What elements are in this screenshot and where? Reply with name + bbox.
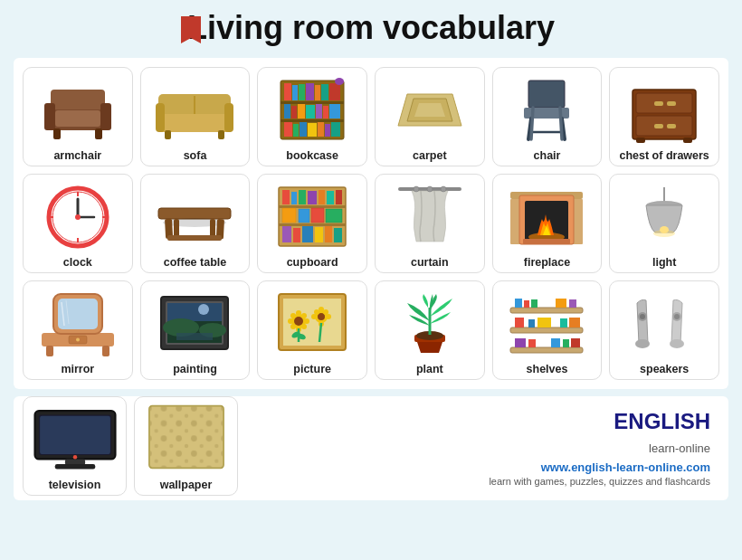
svg-point-109	[660, 226, 669, 233]
curtain-icon	[385, 180, 475, 252]
light-icon	[619, 180, 709, 252]
svg-point-133	[296, 310, 301, 316]
item-chest-of-drawers[interactable]: chest of drawers	[609, 67, 719, 166]
svg-rect-16	[281, 119, 344, 122]
svg-rect-161	[531, 299, 537, 308]
item-picture[interactable]: picture	[257, 280, 367, 380]
svg-rect-23	[329, 83, 340, 100]
item-cupboard[interactable]: cupboard	[257, 174, 367, 273]
svg-point-175	[640, 314, 645, 319]
item-plant[interactable]: plant	[375, 280, 485, 380]
svg-point-149	[323, 309, 328, 315]
item-curtain[interactable]: curtain	[375, 174, 485, 273]
svg-rect-51	[636, 116, 692, 136]
svg-rect-10	[224, 103, 233, 132]
svg-rect-156	[510, 308, 583, 313]
item-wallpaper[interactable]: wallpaper	[134, 396, 238, 496]
svg-rect-83	[336, 190, 342, 204]
mirror-icon	[33, 287, 123, 359]
svg-rect-71	[174, 219, 179, 237]
plant-label: plant	[416, 363, 443, 375]
svg-rect-162	[556, 299, 566, 308]
item-armchair[interactable]: armchair	[23, 67, 133, 166]
svg-rect-6	[55, 110, 100, 127]
svg-point-118	[76, 337, 80, 341]
svg-rect-28	[306, 105, 315, 119]
svg-rect-75	[279, 205, 346, 208]
svg-point-135	[288, 318, 293, 324]
svg-point-97	[441, 186, 446, 192]
bookcase-icon	[267, 73, 357, 146]
svg-rect-26	[291, 106, 297, 119]
item-bookcase[interactable]: bookcase	[257, 67, 367, 166]
item-light[interactable]: light	[609, 174, 719, 273]
item-speakers[interactable]: speakers	[609, 280, 719, 380]
svg-rect-86	[311, 208, 324, 223]
sofa-label: sofa	[184, 149, 207, 162]
item-television[interactable]: television	[23, 396, 127, 496]
svg-rect-81	[319, 190, 325, 204]
item-shelves[interactable]: shelves	[492, 280, 603, 380]
svg-rect-92	[325, 226, 332, 242]
svg-point-62	[75, 214, 81, 220]
svg-point-143	[318, 313, 325, 320]
svg-rect-164	[515, 318, 524, 327]
svg-rect-127	[176, 333, 213, 340]
svg-rect-112	[102, 346, 109, 356]
svg-rect-8	[158, 114, 231, 132]
item-painting[interactable]: painting	[140, 280, 251, 380]
item-carpet[interactable]: carpet	[375, 67, 485, 166]
item-fireplace[interactable]: fireplace	[492, 174, 603, 273]
plant-icon	[385, 287, 475, 359]
svg-rect-55	[667, 124, 676, 128]
item-mirror[interactable]: mirror	[23, 280, 133, 380]
coffee-table-icon	[149, 180, 240, 252]
shelves-label: shelves	[527, 363, 568, 375]
svg-rect-78	[291, 192, 297, 204]
chest-of-drawers-icon	[619, 73, 709, 146]
svg-point-146	[311, 314, 317, 319]
item-coffee-table[interactable]: coffee table	[140, 174, 251, 273]
svg-rect-21	[315, 85, 320, 100]
item-clock[interactable]: clock	[23, 174, 133, 273]
svg-rect-30	[323, 106, 328, 119]
svg-point-178	[635, 339, 650, 348]
svg-rect-84	[282, 208, 296, 223]
svg-rect-184	[54, 464, 94, 470]
svg-rect-13	[218, 130, 224, 139]
item-chair[interactable]: chair	[492, 67, 603, 166]
svg-rect-38	[331, 122, 340, 137]
svg-rect-172	[563, 339, 569, 347]
svg-rect-37	[325, 124, 330, 137]
svg-rect-35	[308, 123, 317, 137]
svg-rect-170	[528, 339, 536, 347]
brand-url[interactable]: www.english-learn-online.com	[489, 460, 710, 474]
svg-rect-171	[551, 338, 560, 347]
svg-rect-32	[284, 122, 292, 137]
wallpaper-icon	[141, 403, 232, 475]
item-sofa[interactable]: sofa	[140, 67, 251, 166]
svg-rect-25	[284, 104, 290, 119]
svg-point-136	[304, 318, 309, 324]
svg-rect-9	[156, 103, 165, 132]
svg-rect-105	[523, 239, 570, 244]
svg-rect-18	[292, 85, 298, 100]
svg-rect-182	[40, 416, 110, 454]
svg-rect-77	[282, 190, 290, 204]
svg-rect-165	[528, 319, 535, 327]
svg-rect-3	[100, 103, 111, 130]
carpet-icon	[385, 73, 475, 146]
svg-rect-53	[667, 101, 676, 106]
page-title: Living room vocabulary	[14, 9, 728, 47]
svg-point-179	[670, 339, 684, 348]
svg-point-148	[314, 309, 319, 315]
svg-point-139	[290, 324, 296, 329]
armchair-label: armchair	[53, 149, 101, 162]
vocabulary-grid: armchair	[14, 58, 728, 389]
svg-rect-52	[654, 101, 663, 106]
svg-rect-12	[165, 130, 171, 139]
svg-rect-87	[326, 209, 342, 223]
svg-rect-173	[571, 338, 580, 347]
svg-point-96	[427, 186, 433, 192]
painting-icon	[149, 287, 240, 359]
